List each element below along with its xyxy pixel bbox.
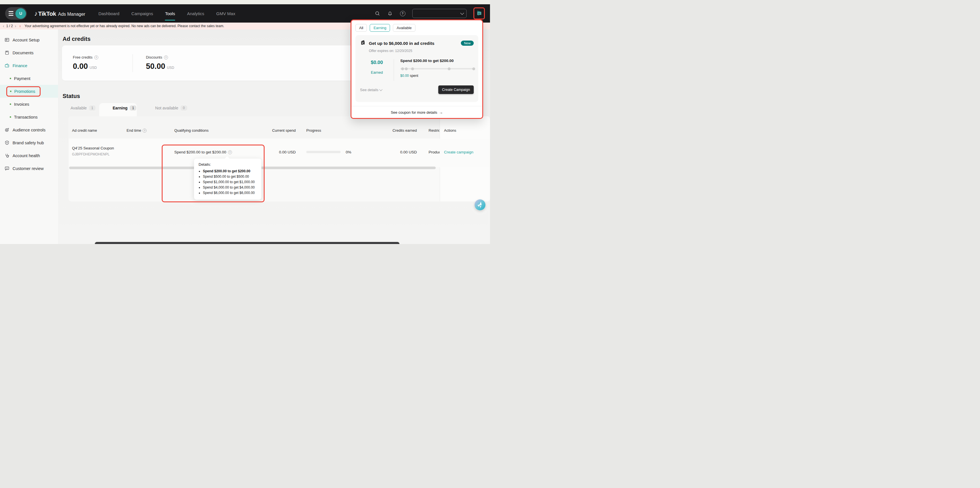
milestone-dot bbox=[472, 67, 475, 70]
tooltip-item: Spend $1,000.00 to get $1,000.00 bbox=[203, 180, 257, 185]
free-credits-value: 0.00 bbox=[73, 62, 88, 71]
create-campaign-button[interactable]: Create Campaign bbox=[438, 86, 474, 94]
banner-next-arrow[interactable]: › bbox=[15, 24, 16, 28]
discounts-block: Discounts? 50.00USD bbox=[133, 55, 174, 71]
warning-icon: ! bbox=[18, 24, 22, 28]
free-credits-label: Free credits bbox=[73, 55, 92, 59]
popup-footer-link[interactable]: See coupon for more details→ bbox=[355, 106, 478, 114]
search-icon[interactable] bbox=[375, 11, 380, 16]
brand-logo: ♪ TikTok Ads Manager bbox=[34, 10, 85, 17]
status-tabs: Available1 Earning1 Not available0 bbox=[71, 105, 187, 111]
discounts-value: 50.00 bbox=[146, 62, 165, 71]
bullet-icon bbox=[10, 91, 11, 92]
bullet-icon bbox=[10, 116, 11, 118]
offer-card: Get up to $6,000.00 in ad credits New Of… bbox=[355, 35, 478, 102]
tooltip-list: Spend $200.00 to get $200.00 Spend $500.… bbox=[199, 168, 257, 196]
filter-earning[interactable]: Earning bbox=[370, 24, 390, 32]
sidebar-item-documents[interactable]: Documents bbox=[0, 46, 58, 59]
ad-credits-title: Ad credits bbox=[62, 36, 91, 42]
background-window-edge bbox=[94, 242, 400, 244]
help-circle-icon[interactable]: ? bbox=[94, 56, 98, 59]
earned-block: $0.00 Earned bbox=[360, 59, 394, 75]
help-circle-icon[interactable]: ? bbox=[164, 56, 168, 59]
milestone-dot bbox=[405, 67, 408, 70]
coupon-ticket-icon[interactable] bbox=[476, 9, 483, 18]
sidebar-item-account-health[interactable]: Account health bbox=[0, 149, 58, 162]
sidebar-item-audience-controls[interactable]: Audience controls bbox=[0, 124, 58, 136]
spent-value: $0.00 bbox=[400, 74, 409, 78]
filter-all[interactable]: All bbox=[355, 24, 367, 32]
main-nav: Dashboard Campaigns Tools Analytics GMV … bbox=[98, 10, 235, 18]
milestone-dot bbox=[448, 67, 450, 70]
account-select[interactable] bbox=[412, 9, 466, 18]
sidebar-item-transactions[interactable]: Transactions bbox=[0, 111, 58, 124]
assistant-bubble[interactable] bbox=[474, 199, 485, 210]
chevron-down-icon bbox=[379, 88, 383, 91]
col-progress: Progress bbox=[306, 128, 321, 133]
sidebar-item-finance[interactable]: Finance bbox=[0, 59, 58, 72]
shield-x-icon bbox=[5, 140, 10, 145]
row-restrictions: Produc bbox=[429, 150, 440, 154]
nav-item-campaigns[interactable]: Campaigns bbox=[131, 10, 153, 18]
discounts-currency: USD bbox=[167, 66, 174, 70]
nav-item-dashboard[interactable]: Dashboard bbox=[98, 10, 119, 18]
row-progress-bar bbox=[306, 151, 340, 153]
filter-available[interactable]: Available bbox=[393, 24, 415, 32]
qualifying-tooltip: Details: Spend $200.00 to get $200.00 Sp… bbox=[194, 159, 261, 200]
brand-product: TikTok bbox=[38, 10, 56, 17]
sidebar-item-invoices[interactable]: Invoices bbox=[0, 98, 58, 111]
avatar[interactable]: U bbox=[16, 8, 26, 19]
sidebar-item-customer-review[interactable]: Customer review bbox=[0, 162, 58, 175]
help-circle-icon[interactable]: ? bbox=[228, 150, 232, 154]
ticket-icon bbox=[360, 40, 366, 47]
nav-right-cluster: ? bbox=[375, 8, 485, 19]
nav-item-analytics[interactable]: Analytics bbox=[187, 10, 204, 18]
help-circle-icon[interactable]: ? bbox=[143, 129, 146, 133]
banner-pagination: 1 / 2 bbox=[6, 24, 13, 28]
free-credits-block: Free credits? 0.00USD bbox=[62, 55, 98, 71]
hamburger-icon[interactable] bbox=[9, 11, 13, 16]
spent-label: spent bbox=[410, 74, 418, 78]
bullet-icon bbox=[10, 78, 11, 79]
nav-item-gmv-max[interactable]: GMV Max bbox=[216, 10, 235, 18]
sidebar-item-brand-safety-hub[interactable]: Brand safety hub bbox=[0, 136, 58, 149]
menu-avatar-pill[interactable]: U bbox=[5, 7, 27, 20]
tiktok-ads-manager-page: U ♪ TikTok Ads Manager Dashboard Campaig… bbox=[0, 0, 490, 244]
banner-prev-arrow[interactable]: ‹ bbox=[3, 24, 4, 28]
tab-not-available[interactable]: Not available0 bbox=[155, 105, 187, 111]
sidebar-item-payment[interactable]: Payment bbox=[0, 72, 58, 85]
table-header-background bbox=[68, 116, 490, 138]
earned-label: Earned bbox=[360, 70, 394, 75]
document-icon bbox=[5, 50, 10, 55]
spent-line: $0.00 spent bbox=[400, 74, 474, 78]
help-icon[interactable]: ? bbox=[400, 11, 406, 16]
bell-icon[interactable] bbox=[387, 11, 393, 16]
row-progress-pct: 0% bbox=[346, 150, 352, 154]
tab-earning[interactable]: Earning1 bbox=[113, 105, 136, 111]
offer-expires: Offer expires on: 12/20/2025 bbox=[369, 49, 474, 53]
row-name: Q4’25 Seasonal Coupon GJBPFDHEPMOHENPL bbox=[72, 146, 114, 156]
earned-value: $0.00 bbox=[360, 60, 394, 65]
sidebar-item-account-setup[interactable]: Account Setup bbox=[0, 33, 58, 46]
tooltip-item: Spend $4,000.00 to get $4,000.00 bbox=[203, 185, 257, 190]
bullet-icon bbox=[10, 103, 11, 105]
row-qualifying: Spend $200.00 to get $200.00? bbox=[174, 150, 232, 154]
tab-count-badge: 1 bbox=[130, 105, 136, 111]
chevron-down-icon bbox=[460, 11, 464, 15]
spark-icon bbox=[474, 199, 485, 210]
stethoscope-icon bbox=[5, 153, 10, 158]
arrow-right-icon: → bbox=[439, 110, 443, 114]
tab-available[interactable]: Available1 bbox=[71, 105, 95, 111]
row-create-campaign-link[interactable]: Create campaign bbox=[444, 150, 473, 154]
coupon-ticket-highlight bbox=[473, 8, 485, 19]
new-badge: New bbox=[461, 41, 474, 46]
nav-item-tools[interactable]: Tools bbox=[165, 10, 175, 18]
row-credits-earned: 0.00 USD bbox=[374, 150, 417, 154]
sidebar-item-promotions[interactable]: Promotions bbox=[0, 85, 58, 98]
banner-message: Your advertising agreement is not effect… bbox=[25, 24, 224, 28]
col-qualifying-conditions: Qualifying conditions bbox=[174, 128, 208, 133]
col-credits-earned: Credits earned bbox=[374, 128, 417, 133]
see-details-toggle[interactable]: See details bbox=[360, 88, 382, 92]
id-card-icon bbox=[5, 37, 10, 42]
coupon-filters: All Earning Available bbox=[355, 24, 478, 32]
